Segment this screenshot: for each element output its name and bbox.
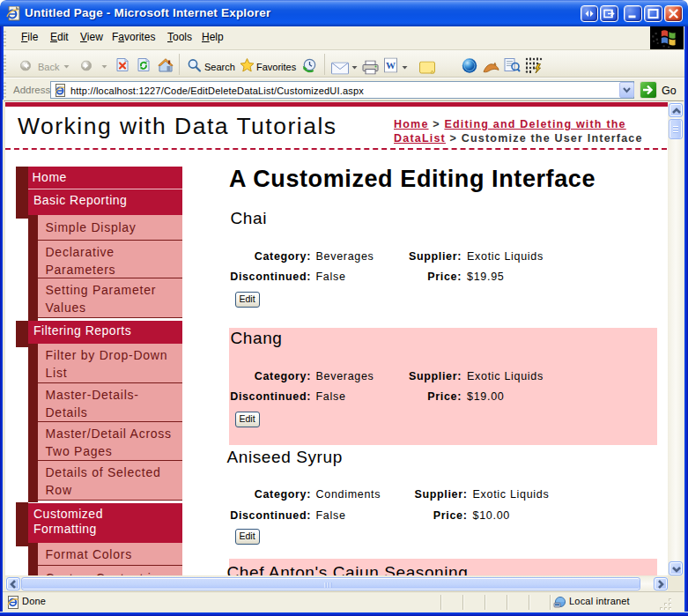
svg-text:W: W — [386, 60, 396, 71]
